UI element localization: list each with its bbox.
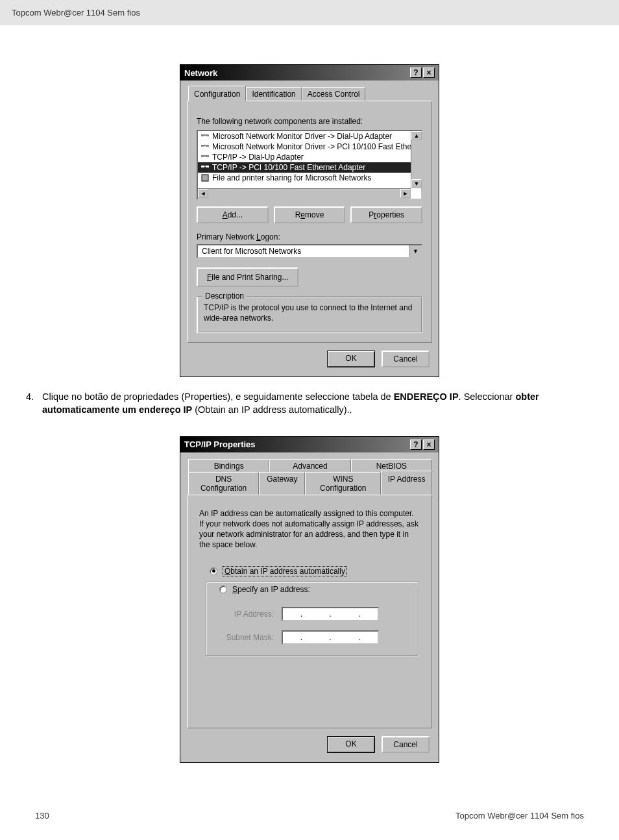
radio-obtain-auto[interactable]: Obtain an IP address automatically bbox=[210, 566, 422, 576]
svg-rect-9 bbox=[201, 166, 204, 167]
list-item[interactable]: File and printer sharing for Microsoft N… bbox=[198, 173, 421, 183]
info-text: An IP address can be automatically assig… bbox=[199, 508, 420, 550]
svg-rect-3 bbox=[201, 145, 204, 147]
description-group: Description TCP/IP is the protocol you u… bbox=[197, 296, 422, 333]
tab-advanced[interactable]: Advanced bbox=[269, 459, 350, 473]
svg-rect-0 bbox=[201, 134, 204, 136]
radio-specify[interactable]: Specify an IP address: bbox=[219, 585, 313, 594]
tab-gateway[interactable]: Gateway bbox=[259, 472, 305, 495]
scroll-down-icon[interactable]: ▼ bbox=[411, 179, 422, 188]
cancel-button[interactable]: Cancel bbox=[382, 736, 430, 753]
scroll-left-icon[interactable]: ◄ bbox=[198, 189, 208, 198]
tabpanel: The following network components are ins… bbox=[187, 101, 432, 343]
page-footer: 130 Topcom Webr@cer 1104 Sem fios bbox=[35, 811, 584, 821]
step-number: 4. bbox=[26, 390, 36, 417]
close-button[interactable]: × bbox=[423, 439, 435, 450]
tab-access-control[interactable]: Access Control bbox=[302, 87, 366, 101]
logon-value: Client for Microsoft Networks bbox=[198, 245, 409, 257]
file-print-sharing-button[interactable]: File and Print Sharing... bbox=[197, 267, 298, 287]
tab-ipaddress[interactable]: IP Address bbox=[381, 471, 432, 495]
svg-rect-12 bbox=[202, 175, 208, 181]
help-button[interactable]: ? bbox=[410, 68, 422, 78]
subnet-mask-input[interactable]: ... bbox=[282, 630, 379, 645]
tab-wins[interactable]: WINS Configuration bbox=[305, 472, 381, 495]
titlebar: TCP/IP Properties ? × bbox=[180, 437, 439, 452]
scroll-right-icon[interactable]: ► bbox=[400, 189, 411, 198]
list-item[interactable]: Microsoft Network Monitor Driver -> Dial… bbox=[198, 131, 421, 142]
step-text: Clique no botão de propriedades (Propert… bbox=[42, 390, 593, 417]
dropdown-arrow-icon[interactable]: ▼ bbox=[409, 245, 421, 257]
help-button[interactable]: ? bbox=[410, 439, 422, 450]
add-button[interactable]: Add... bbox=[197, 206, 269, 223]
tabpanel: An IP address can be automatically assig… bbox=[187, 495, 432, 728]
instruction-step: 4. Clique no botão de propriedades (Prop… bbox=[26, 390, 593, 417]
dialog-title: Network bbox=[184, 68, 217, 78]
horizontal-scrollbar[interactable]: ◄ ► bbox=[198, 188, 411, 199]
ok-button[interactable]: OK bbox=[327, 351, 375, 367]
dialog-title: TCP/IP Properties bbox=[184, 439, 256, 449]
logon-label: Primary Network Logon: bbox=[197, 232, 422, 241]
description-text: TCP/IP is the protocol you use to connec… bbox=[204, 303, 415, 323]
svg-rect-10 bbox=[206, 166, 209, 167]
tcpip-dialog: TCP/IP Properties ? × Bindings Advanced … bbox=[180, 436, 439, 763]
tab-identification[interactable]: Identification bbox=[246, 87, 301, 101]
tab-dns[interactable]: DNS Configuration bbox=[188, 472, 259, 495]
logon-combo[interactable]: Client for Microsoft Networks ▼ bbox=[197, 244, 422, 258]
scroll-up-icon[interactable]: ▲ bbox=[411, 131, 422, 140]
network-dialog: Network ? × Configuration Identification… bbox=[180, 64, 439, 377]
svg-rect-6 bbox=[201, 155, 204, 157]
ok-button[interactable]: OK bbox=[327, 736, 375, 753]
radio-icon bbox=[219, 586, 227, 593]
ip-address-label: IP Address: bbox=[215, 610, 274, 619]
list-item[interactable]: TCP/IP -> Dial-Up Adapter bbox=[198, 152, 421, 162]
page-number: 130 bbox=[35, 811, 49, 821]
cancel-button[interactable]: Cancel bbox=[382, 351, 430, 367]
tabs: Bindings Advanced NetBIOS DNS Configurat… bbox=[188, 459, 432, 495]
page-header: Topcom Webr@cer 1104 Sem fios bbox=[0, 0, 619, 25]
components-label: The following network components are ins… bbox=[197, 117, 422, 126]
svg-rect-7 bbox=[206, 155, 209, 157]
subnet-mask-label: Subnet Mask: bbox=[215, 633, 274, 642]
svg-rect-4 bbox=[206, 145, 209, 147]
ip-address-input[interactable]: ... bbox=[282, 607, 379, 621]
components-listbox[interactable]: Microsoft Network Monitor Driver -> Dial… bbox=[197, 130, 422, 200]
list-item-selected[interactable]: TCP/IP -> PCI 10/100 Fast Ethernet Adapt… bbox=[198, 162, 421, 173]
remove-button[interactable]: Remove bbox=[274, 206, 346, 223]
titlebar: Network ? × bbox=[180, 65, 439, 80]
close-button[interactable]: × bbox=[423, 68, 435, 78]
tabs: Configuration Identification Access Cont… bbox=[188, 87, 432, 101]
properties-button[interactable]: Properties bbox=[350, 206, 422, 223]
protocol-icon bbox=[200, 163, 210, 172]
protocol-icon bbox=[200, 142, 210, 151]
protocol-icon bbox=[200, 153, 210, 162]
header-text: Topcom Webr@cer 1104 Sem fios bbox=[12, 8, 140, 18]
specify-ip-group: Specify an IP address: IP Address: ... S… bbox=[206, 582, 419, 656]
tab-bindings[interactable]: Bindings bbox=[188, 459, 269, 473]
description-legend: Description bbox=[202, 291, 247, 301]
service-icon bbox=[200, 173, 210, 182]
vertical-scrollbar[interactable]: ▲ ▼ bbox=[411, 131, 421, 188]
svg-rect-1 bbox=[206, 134, 209, 136]
list-item[interactable]: Microsoft Network Monitor Driver -> PCI … bbox=[198, 142, 421, 152]
tab-configuration[interactable]: Configuration bbox=[188, 86, 246, 101]
radio-icon bbox=[210, 567, 217, 575]
protocol-icon bbox=[200, 132, 210, 141]
footer-text: Topcom Webr@cer 1104 Sem fios bbox=[455, 811, 584, 821]
